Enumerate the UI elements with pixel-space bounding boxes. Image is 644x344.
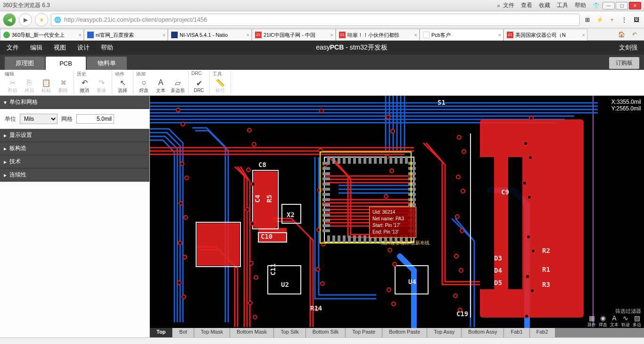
svg-point-29 (178, 241, 182, 245)
bolt-icon[interactable]: ⚡ (595, 15, 604, 25)
favorite-button[interactable]: ★ (35, 13, 48, 26)
tool-文本[interactable]: A文本 (152, 76, 169, 95)
layer-tab-top-mask[interactable]: Top Mask (194, 328, 230, 337)
close-tab-icon[interactable]: × (163, 32, 165, 38)
down-icon[interactable]: ▾ (607, 15, 617, 25)
tool-DRC[interactable]: ✔DRC (190, 76, 207, 95)
close-button[interactable]: ✕ (629, 2, 641, 9)
tool-icon: ↷ (99, 78, 105, 87)
back-button[interactable]: ◀ (3, 13, 16, 26)
filter-icon: ▦ (589, 314, 595, 322)
menu-help[interactable]: 帮助 (101, 43, 113, 52)
tool-剪切[interactable]: ✂剪切 (4, 76, 21, 95)
browser-tab[interactable]: ni官网_百度搜索× (84, 29, 168, 41)
acc-display[interactable]: ▸显示设置 (0, 129, 149, 142)
layer-tab-bottom-assy[interactable]: Bottom Assy (462, 328, 504, 337)
menu-tools[interactable]: 工具 (557, 1, 568, 9)
tool-撤消[interactable]: ↶撤消 (76, 76, 93, 95)
layer-tab-bottom-silk[interactable]: Bottom Silk (306, 328, 346, 337)
group-add: 添加 ○焊盘A文本▱多边形 (133, 71, 189, 94)
menu-help[interactable]: 帮助 (575, 1, 586, 9)
layer-tab-top-silk[interactable]: Top Silk (274, 328, 306, 337)
qr-icon[interactable]: ⊞ (583, 15, 592, 25)
ext-icon[interactable]: ⋮ (619, 15, 629, 25)
browser-tab[interactable]: 2121IC中国电子网 - 中国× (252, 29, 336, 41)
tool-选择[interactable]: ↖选择 (114, 76, 131, 95)
close-tab-icon[interactable]: × (498, 32, 501, 38)
browser-tab[interactable]: NI-VISA 5.4.1 - Natio× (168, 29, 252, 41)
grid-input[interactable] (76, 114, 114, 124)
acc-units[interactable]: ▾单位和网格 (0, 96, 149, 109)
maximize-button[interactable]: ▢ (616, 2, 628, 9)
shirt-icon[interactable]: 👕 (593, 2, 600, 9)
browser-tab[interactable]: 21美国国家仪器公司（N× (504, 29, 587, 41)
layer-tab-bot[interactable]: Bot (173, 328, 194, 337)
filter-焊盘[interactable]: ◉焊盘 (599, 314, 607, 328)
tab-pcb[interactable]: PCB (46, 57, 86, 70)
acc-board[interactable]: ▸板构造 (0, 142, 149, 155)
menu-fav[interactable]: 收藏 (539, 1, 550, 9)
layer-tab-fab2[interactable]: Fab2 (530, 328, 555, 337)
menu-edit[interactable]: 编辑 (30, 43, 42, 52)
expand-icon: ▸ (4, 159, 7, 165)
layer-tab-top-assy[interactable]: Top Assy (427, 328, 462, 337)
tool-粘贴[interactable]: 📋粘贴 (38, 76, 55, 95)
acc-tech[interactable]: ▸技术 (0, 155, 149, 168)
home-icon[interactable]: 🏠 (617, 30, 626, 39)
pic-icon[interactable]: 🖼 (632, 15, 641, 25)
tab-bom[interactable]: 物料单 (87, 57, 127, 70)
tool-拷贝[interactable]: ⎘拷贝 (21, 76, 38, 95)
minimize-button[interactable]: — (603, 2, 615, 9)
tool-标尺[interactable]: 📏标尺 (212, 76, 229, 95)
acc-label: 技术 (9, 158, 21, 166)
browser-tab[interactable]: 360导航_新一代安全上× (0, 29, 84, 41)
filter-文本[interactable]: A文本 (610, 314, 619, 328)
menu-file[interactable]: 文件 (503, 1, 514, 9)
designator: D4 (494, 267, 502, 274)
close-tab-icon[interactable]: × (247, 32, 249, 38)
designator: R2 (542, 247, 550, 254)
tool-重做[interactable]: ↷重做 (93, 76, 110, 95)
menu-view[interactable]: 视图 (54, 43, 66, 52)
menu-design[interactable]: 设计 (77, 43, 90, 52)
tool-多边形[interactable]: ▱多边形 (169, 76, 186, 95)
unit-select[interactable]: Mils (20, 114, 58, 124)
browser-menu: 文件 查看 收藏 工具 帮助 (503, 1, 586, 9)
pcb-canvas[interactable]: Uid: 36214 Net name: PA3 Start: Pin '17'… (150, 96, 644, 337)
svg-point-76 (531, 249, 535, 253)
tab-schematic[interactable]: 原理图 (5, 57, 45, 70)
address-bar[interactable]: 🌐 (51, 14, 580, 26)
svg-point-53 (182, 295, 186, 299)
svg-point-64 (529, 116, 533, 120)
filter-label: 筛选过滤器 (615, 308, 641, 315)
layer-tab-bottom-mask[interactable]: Bottom Mask (230, 328, 274, 337)
acc-cont[interactable]: ▸连续性 (0, 168, 149, 182)
tool-删除[interactable]: ✖删除 (55, 76, 72, 95)
svg-point-18 (246, 208, 249, 211)
svg-point-65 (184, 216, 188, 219)
close-tab-icon[interactable]: × (414, 32, 417, 38)
layer-tab-top-paste[interactable]: Top Paste (346, 328, 382, 337)
tab-label: NI-VISA 5.4.1 - Natio (180, 32, 228, 38)
close-tab-icon[interactable]: × (79, 32, 82, 38)
tool-icon: ▱ (175, 78, 181, 87)
undo-icon[interactable]: ↶ (630, 30, 639, 39)
layer-tab-bottom-paste[interactable]: Bottom Paste (382, 328, 427, 337)
layer-tab-top[interactable]: Top (150, 328, 173, 337)
user-label[interactable]: 文剑强 (590, 43, 637, 52)
forward-button[interactable]: ▶ (19, 13, 32, 26)
layer-tab-fab1[interactable]: Fab1 (504, 328, 529, 337)
menu-view[interactable]: 查看 (521, 1, 532, 9)
close-tab-icon[interactable]: × (582, 32, 585, 38)
filter-多边[interactable]: ▨多边 (633, 314, 641, 328)
browser-tab[interactable]: Pcb客户× (420, 29, 504, 41)
tab-label: Pcb客户 (431, 32, 451, 39)
order-button[interactable]: 订购板 (609, 57, 639, 69)
close-tab-icon[interactable]: × (330, 32, 333, 38)
filter-轨迹[interactable]: ∿轨迹 (621, 314, 630, 328)
url-input[interactable] (64, 16, 577, 23)
filter-器件[interactable]: ▦器件 (587, 314, 596, 328)
menu-file[interactable]: 文件 (7, 43, 19, 52)
browser-tab[interactable]: 21哇塞！！小伙伴们都惊× (336, 29, 420, 41)
tool-焊盘[interactable]: ○焊盘 (135, 76, 152, 95)
